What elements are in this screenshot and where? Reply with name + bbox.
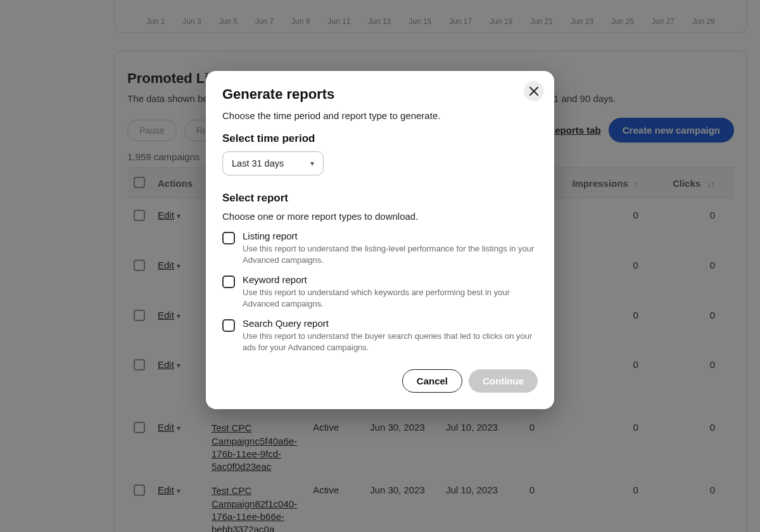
report-option: Search Query reportUse this report to un… [222,318,538,353]
continue-button[interactable]: Continue [469,369,538,393]
modal-description: Choose the time period and report type t… [222,110,538,121]
report-option-desc: Use this report to understand which keyw… [243,287,538,309]
report-option-desc: Use this report to understand the buyer … [243,331,538,353]
report-option-desc: Use this report to understand the listin… [243,243,538,265]
modal-footer: Cancel Continue [222,369,538,393]
select-report-heading: Select report [222,192,538,205]
generate-reports-modal: Generate reports Choose the time period … [206,71,554,409]
modal-overlay[interactable]: Generate reports Choose the time period … [0,0,760,532]
report-checkbox[interactable] [222,232,235,244]
report-option-title: Keyword report [243,274,538,285]
report-option: Listing reportUse this report to underst… [222,231,538,265]
report-checkbox[interactable] [222,276,235,288]
report-option-title: Search Query report [243,318,538,329]
report-option: Keyword reportUse this report to underst… [222,274,538,309]
report-option-title: Listing report [243,231,538,241]
report-checkbox[interactable] [222,319,235,332]
select-report-desc: Choose one or more report types to downl… [222,211,538,222]
chevron-down-icon: ▾ [310,159,314,168]
close-icon[interactable] [524,81,544,101]
modal-title: Generate reports [222,86,538,103]
time-period-value: Last 31 days [232,158,284,168]
time-period-heading: Select time period [222,132,538,145]
time-period-select[interactable]: Last 31 days ▾ [222,151,324,175]
cancel-button[interactable]: Cancel [402,369,462,393]
